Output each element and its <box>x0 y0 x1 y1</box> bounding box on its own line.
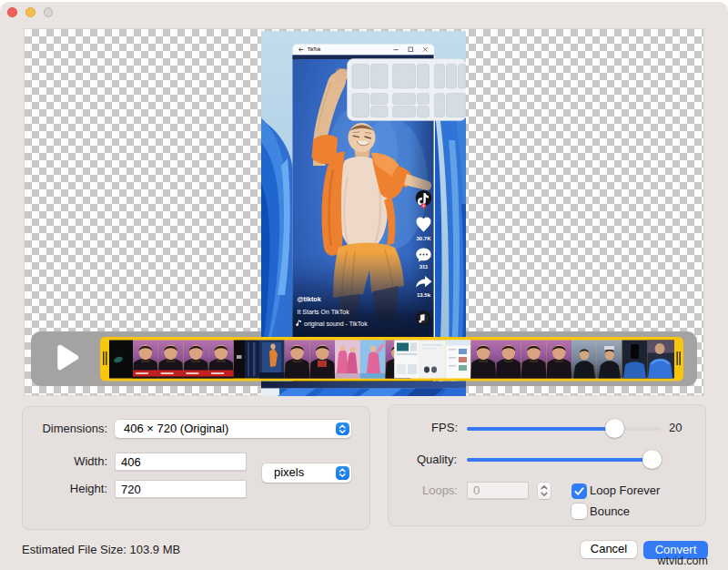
svg-text:311: 311 <box>420 264 429 270</box>
svg-text:original sound - TikTok: original sound - TikTok <box>304 321 368 328</box>
svg-text:13.5k: 13.5k <box>417 292 431 298</box>
svg-text:30.7K: 30.7K <box>416 236 431 241</box>
svg-text:@tiktok: @tiktok <box>298 295 321 303</box>
svg-text:TikTok: TikTok <box>308 47 321 52</box>
svg-text:It Starts On TikTok: It Starts On TikTok <box>298 309 350 315</box>
